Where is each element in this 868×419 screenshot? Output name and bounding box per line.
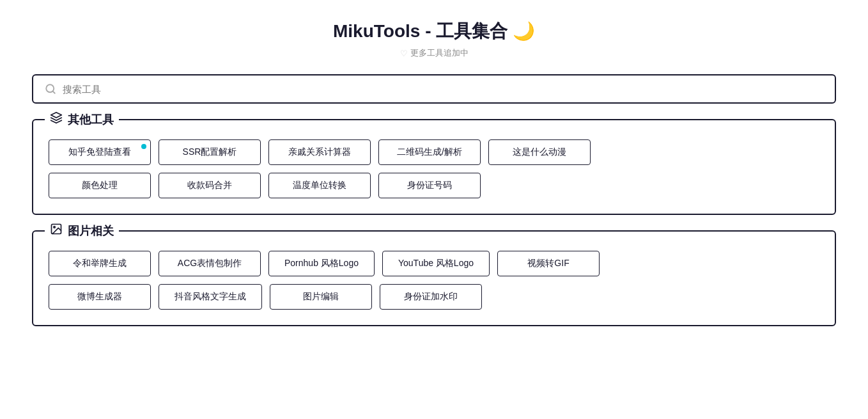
new-dot bbox=[141, 144, 146, 149]
section-image-tools: 图片相关 令和举牌生成 ACG表情包制作 Pornhub 风格Logo YouT… bbox=[32, 230, 836, 326]
page-title: MikuTools - 工具集合 🌙 bbox=[32, 19, 836, 43]
tool-btn-weibo[interactable]: 微博生成器 bbox=[49, 284, 151, 310]
page-header: MikuTools - 工具集合 🌙 ♡ 更多工具追加中 bbox=[32, 19, 836, 59]
tools-row-other-2: 颜色处理 收款码合并 温度单位转换 身份证号码 bbox=[49, 173, 819, 198]
tools-row-other-1: 知乎免登陆查看 SSR配置解析 亲戚关系计算器 二维码生成/解析 这是什么动漫 bbox=[49, 139, 819, 165]
tool-btn-img-edit[interactable]: 图片编辑 bbox=[270, 284, 372, 310]
search-icon bbox=[45, 83, 56, 95]
layers-icon bbox=[50, 111, 63, 127]
tool-btn-zhihu[interactable]: 知乎免登陆查看 bbox=[49, 139, 151, 165]
tool-btn-qrcode[interactable]: 二维码生成/解析 bbox=[378, 139, 481, 165]
section-title-image: 图片相关 bbox=[68, 223, 114, 239]
tool-btn-douyin[interactable]: 抖音风格文字生成 bbox=[159, 284, 262, 310]
svg-point-4 bbox=[54, 226, 56, 228]
tool-btn-color[interactable]: 颜色处理 bbox=[49, 173, 151, 198]
section-title-other: 其他工具 bbox=[68, 112, 114, 127]
image-icon bbox=[50, 223, 63, 239]
tool-btn-video-gif[interactable]: 视频转GIF bbox=[497, 251, 600, 276]
tool-btn-watermark[interactable]: 身份证加水印 bbox=[380, 284, 482, 310]
section-header-image: 图片相关 bbox=[45, 223, 119, 239]
section-content-image: 令和举牌生成 ACG表情包制作 Pornhub 风格Logo YouTube 风… bbox=[49, 251, 819, 310]
tools-row-image-2: 微博生成器 抖音风格文字生成 图片编辑 身份证加水印 bbox=[49, 284, 819, 310]
section-content-other: 知乎免登陆查看 SSR配置解析 亲戚关系计算器 二维码生成/解析 这是什么动漫 … bbox=[49, 139, 819, 198]
section-other-tools: 其他工具 知乎免登陆查看 SSR配置解析 亲戚关系计算器 二维码生成/解析 这是… bbox=[32, 119, 836, 215]
page-subtitle: ♡ 更多工具追加中 bbox=[32, 47, 836, 59]
tools-row-image-1: 令和举牌生成 ACG表情包制作 Pornhub 风格Logo YouTube 风… bbox=[49, 251, 819, 276]
heart-icon: ♡ bbox=[400, 49, 408, 58]
search-container bbox=[32, 74, 836, 104]
tool-btn-pornhub[interactable]: Pornhub 风格Logo bbox=[268, 251, 375, 276]
tool-btn-acg[interactable]: ACG表情包制作 bbox=[159, 251, 261, 276]
tool-btn-payment[interactable]: 收款码合并 bbox=[159, 173, 261, 198]
tool-btn-kinship[interactable]: 亲戚关系计算器 bbox=[268, 139, 371, 165]
tool-btn-anime[interactable]: 这是什么动漫 bbox=[488, 139, 591, 165]
tool-btn-ssr[interactable]: SSR配置解析 bbox=[159, 139, 261, 165]
tools-grid-image: 令和举牌生成 ACG表情包制作 Pornhub 风格Logo YouTube 风… bbox=[49, 251, 819, 310]
svg-marker-2 bbox=[51, 113, 62, 118]
tool-btn-idcard[interactable]: 身份证号码 bbox=[378, 173, 481, 198]
tool-btn-youtube[interactable]: YouTube 风格Logo bbox=[382, 251, 490, 276]
search-input[interactable] bbox=[63, 84, 823, 95]
tool-btn-reiwa[interactable]: 令和举牌生成 bbox=[49, 251, 151, 276]
section-header-other: 其他工具 bbox=[45, 111, 119, 127]
tools-grid-other: 知乎免登陆查看 SSR配置解析 亲戚关系计算器 二维码生成/解析 这是什么动漫 … bbox=[49, 139, 819, 198]
svg-line-1 bbox=[52, 91, 54, 93]
tool-btn-temperature[interactable]: 温度单位转换 bbox=[268, 173, 371, 198]
subtitle-text: 更多工具追加中 bbox=[410, 47, 469, 59]
